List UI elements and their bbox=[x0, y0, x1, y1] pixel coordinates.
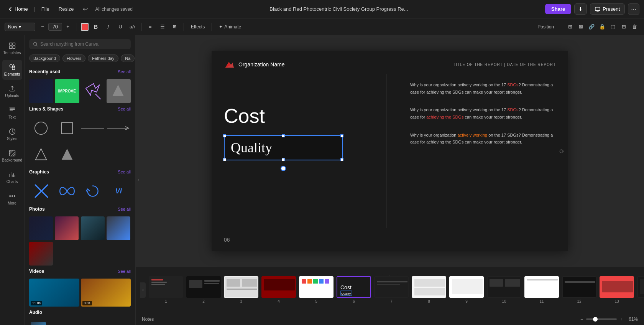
resize-nav[interactable]: Resize bbox=[56, 5, 77, 13]
sidebar-item-templates[interactable]: Templates bbox=[2, 38, 22, 58]
link-button[interactable]: 🔗 bbox=[586, 22, 596, 32]
frame-button[interactable]: ⬚ bbox=[608, 22, 618, 32]
undo-button[interactable]: ↩ bbox=[80, 4, 91, 15]
thumb-img-6[interactable]: Cost Quality bbox=[337, 276, 371, 298]
tag-fathers-day[interactable]: Fathers day bbox=[88, 54, 118, 62]
strip-collapse-left[interactable]: ‹ bbox=[140, 282, 146, 298]
thumb-img-11[interactable] bbox=[524, 276, 559, 298]
delete-button[interactable]: 🗑 bbox=[629, 22, 639, 32]
thumb-img-4[interactable] bbox=[261, 276, 296, 298]
recently-item-improve[interactable]: IMPROVE bbox=[55, 79, 79, 103]
tag-background[interactable]: Background bbox=[29, 54, 60, 62]
search-input[interactable] bbox=[40, 41, 127, 47]
graphic-infinity[interactable] bbox=[55, 179, 79, 203]
circle-shape[interactable] bbox=[29, 116, 53, 140]
position-button[interactable]: Position bbox=[534, 23, 557, 31]
sidebar-item-background[interactable]: Background bbox=[2, 146, 22, 166]
recently-item-arrow[interactable] bbox=[81, 79, 105, 103]
square-shape[interactable] bbox=[55, 116, 79, 140]
download-button[interactable]: ⬇ bbox=[574, 3, 587, 15]
photo-3[interactable] bbox=[81, 216, 105, 240]
thumb-img-2[interactable] bbox=[186, 276, 221, 298]
list-button[interactable]: ☰ bbox=[158, 22, 168, 32]
thumb-img-3[interactable] bbox=[224, 276, 258, 298]
thumb-img-12[interactable] bbox=[562, 276, 596, 298]
graphic-circle-arrow[interactable] bbox=[81, 179, 105, 203]
thumb-img-9[interactable] bbox=[449, 276, 484, 298]
font-selector[interactable]: Now ▾ bbox=[5, 23, 35, 31]
animate-button[interactable]: ✦ Animate bbox=[216, 23, 244, 31]
arrow-line-shape[interactable] bbox=[107, 116, 131, 140]
flip-button[interactable]: ⊟ bbox=[619, 22, 629, 32]
photos-see-all[interactable]: See all bbox=[118, 207, 131, 211]
more-button[interactable]: ··· bbox=[628, 3, 639, 15]
line-shape[interactable] bbox=[81, 116, 105, 140]
photo-2[interactable] bbox=[55, 216, 79, 240]
sidebar-item-styles[interactable]: Styles bbox=[2, 124, 22, 144]
quality-box[interactable]: Quality bbox=[224, 135, 343, 160]
filled-triangle-shape[interactable] bbox=[55, 142, 79, 166]
video-2[interactable]: 8.0s bbox=[81, 279, 131, 307]
zoom-in-button[interactable]: + bbox=[620, 317, 623, 322]
collapse-panel-button[interactable]: ‹ bbox=[136, 173, 141, 188]
recently-item-gray-shape[interactable] bbox=[107, 79, 131, 103]
sidebar-item-more[interactable]: More bbox=[2, 189, 22, 209]
handle-top-left[interactable] bbox=[223, 134, 226, 137]
thumb-img-8[interactable] bbox=[412, 276, 446, 298]
photo-5[interactable] bbox=[29, 242, 53, 266]
indent-button[interactable]: ⊞ bbox=[170, 22, 180, 32]
underline-button[interactable]: U bbox=[115, 22, 125, 32]
quality-container[interactable]: Quality bbox=[224, 135, 343, 160]
handle-bottom-center[interactable] bbox=[282, 158, 285, 161]
sidebar-item-charts[interactable]: Charts bbox=[2, 167, 22, 187]
bold-button[interactable]: B bbox=[91, 22, 101, 32]
thumb-img-1[interactable] bbox=[149, 276, 183, 298]
text-color-button[interactable] bbox=[81, 23, 89, 31]
handle-top-center[interactable] bbox=[282, 134, 285, 137]
audio-track-item[interactable]: Happy Whistling Ukulele Happy Childrens'… bbox=[26, 320, 134, 325]
handle-top-right[interactable] bbox=[340, 134, 343, 137]
italic-button[interactable]: I bbox=[103, 22, 113, 32]
home-nav[interactable]: Home bbox=[5, 5, 31, 13]
graphic-text[interactable]: VI bbox=[107, 179, 131, 203]
zoom-slider[interactable] bbox=[586, 318, 617, 320]
recently-item-texture[interactable] bbox=[29, 79, 53, 103]
video-1[interactable]: 11.0s bbox=[29, 279, 79, 307]
lines-shapes-see-all[interactable]: See all bbox=[118, 107, 131, 111]
share-button[interactable]: Share bbox=[545, 4, 571, 14]
photo-1[interactable] bbox=[29, 216, 53, 240]
lock-button[interactable]: 🔒 bbox=[597, 22, 607, 32]
zoom-level[interactable]: 61% bbox=[626, 317, 638, 322]
present-button[interactable]: Present bbox=[590, 3, 625, 15]
search-input-wrap[interactable] bbox=[29, 39, 131, 49]
graphics-see-all[interactable]: See all bbox=[118, 170, 131, 174]
thumb-img-14[interactable] bbox=[637, 276, 644, 298]
lowercase-button[interactable]: aA bbox=[128, 23, 137, 30]
align-button[interactable]: ≡ bbox=[145, 22, 155, 32]
pixel-button[interactable]: ⊠ bbox=[576, 22, 586, 32]
handle-bottom-right[interactable] bbox=[340, 158, 343, 161]
tag-na[interactable]: Na bbox=[121, 54, 135, 62]
effects-button[interactable]: Effects bbox=[188, 23, 208, 31]
rotate-handle[interactable] bbox=[281, 166, 286, 171]
font-size-input[interactable] bbox=[48, 23, 62, 31]
canvas-scroll[interactable]: Organization Name TITLE OF THE REPORT | … bbox=[136, 35, 644, 267]
notes-button[interactable]: Notes bbox=[142, 317, 154, 322]
thumb-img-5[interactable] bbox=[299, 276, 334, 298]
sidebar-item-text[interactable]: Text bbox=[2, 103, 22, 123]
handle-bottom-left[interactable] bbox=[223, 158, 226, 161]
grid-view-button[interactable]: ⊞ bbox=[565, 22, 575, 32]
tag-flowers[interactable]: Flowers bbox=[62, 54, 86, 62]
photo-4[interactable] bbox=[107, 216, 130, 240]
zoom-out-button[interactable]: − bbox=[580, 317, 583, 322]
sidebar-item-elements[interactable]: Elements bbox=[2, 60, 22, 80]
videos-see-all[interactable]: See all bbox=[118, 269, 131, 274]
thumb-img-10[interactable] bbox=[487, 276, 521, 298]
increase-font-size-button[interactable]: + bbox=[63, 22, 73, 32]
triangle-shape[interactable] bbox=[29, 142, 53, 166]
decrease-font-size-button[interactable]: − bbox=[38, 22, 48, 32]
file-nav[interactable]: File bbox=[38, 5, 53, 13]
recently-used-see-all[interactable]: See all bbox=[118, 69, 131, 74]
sidebar-item-uploads[interactable]: Uploads bbox=[2, 81, 22, 101]
graphic-x[interactable] bbox=[29, 179, 53, 203]
